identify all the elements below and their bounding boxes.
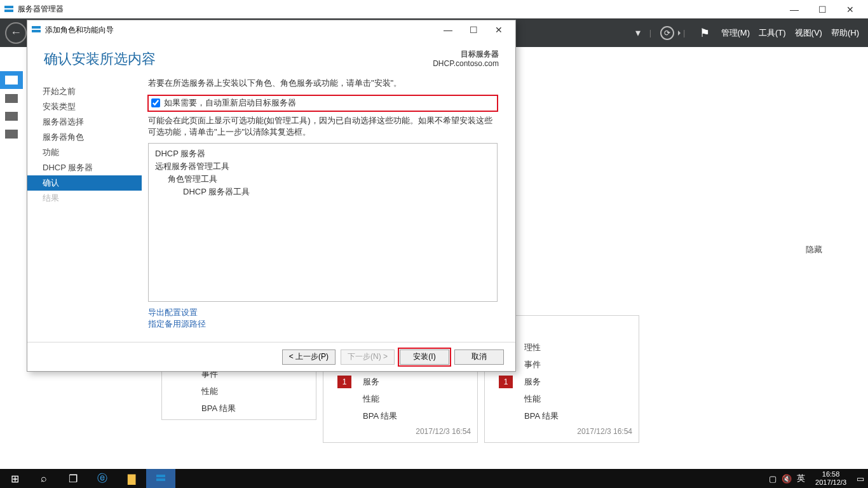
next-button: 下一步(N) > (341, 349, 395, 365)
action-center-icon[interactable]: ▭ (857, 474, 864, 484)
panel-row-services[interactable]: 1服务 (323, 373, 477, 390)
panel-row-perf[interactable]: 性能 (162, 383, 316, 400)
panel-timestamp: 2017/12/3 16:54 (323, 424, 477, 440)
selected-features-list[interactable]: DHCP 服务器 远程服务器管理工具 角色管理工具 DHCP 服务器工具 (148, 143, 498, 302)
wizard-minimize-button[interactable]: — (435, 21, 461, 39)
hide-link[interactable]: 隐藏 (806, 244, 822, 255)
wizard-heading: 确认安装所选内容 (44, 50, 156, 69)
server-manager-taskbar-icon[interactable] (146, 469, 175, 488)
svg-rect-0 (4, 6, 13, 8)
add-roles-wizard: 添加角色和功能向导 — ☐ ✕ 确认安装所选内容 目标服务器 DHCP.cont… (27, 20, 516, 372)
sidebar-item-1[interactable] (5, 94, 18, 103)
outer-maximize-button[interactable]: ☐ (808, 0, 836, 18)
wizard-icon (31, 25, 41, 35)
auto-restart-checkbox[interactable] (151, 98, 160, 107)
panel-row-bpa[interactable]: BPA 结果 (162, 400, 316, 417)
refresh-icon[interactable]: ⟳ (660, 26, 674, 40)
menu-manage[interactable]: 管理(M) (721, 27, 750, 39)
tray-ime[interactable]: 英 (797, 473, 805, 484)
nav-features[interactable]: 功能 (27, 145, 142, 160)
nav-server-roles[interactable]: 服务器角色 (27, 130, 142, 145)
list-item: DHCP 服务器工具 (155, 186, 491, 198)
target-label: 目标服务器 (433, 50, 499, 59)
wizard-title: 添加角色和功能向导 (45, 25, 114, 36)
ie-icon[interactable]: ⓔ (88, 469, 117, 488)
export-config-link[interactable]: 导出配置设置 (148, 307, 498, 318)
wizard-intro-text: 若要在所选服务器上安装以下角色、角色服务或功能，请单击"安装"。 (148, 78, 498, 89)
panel-timestamp: 2017/12/3 16:54 (485, 424, 639, 440)
auto-restart-label: 如果需要，自动重新启动目标服务器 (164, 97, 296, 109)
prev-button[interactable]: < 上一步(P) (282, 349, 336, 365)
alt-source-link[interactable]: 指定备用源路径 (148, 318, 498, 330)
panel-row-bpa[interactable]: BPA 结果 (485, 407, 639, 424)
taskbar: ⊞ ⌕ ❐ ⓔ ▇ ▢ 🔇 英 16:58 2017/12/3 ▭ (0, 469, 868, 488)
panel-row-services[interactable]: 1服务 (485, 373, 639, 390)
menu-view[interactable]: 视图(V) (795, 27, 822, 39)
dropdown-icon[interactable]: ▾ (635, 27, 641, 39)
nav-install-type[interactable]: 安装类型 (27, 99, 142, 114)
nav-confirm[interactable]: 确认 (27, 175, 142, 191)
wizard-footer: < 上一步(P) 下一步(N) > 安装(I) 取消 (27, 342, 515, 371)
svg-rect-1 (4, 10, 13, 12)
sidebar-dashboard[interactable] (0, 71, 23, 89)
wizard-note-text: 可能会在此页面上显示可选功能(如管理工具)，因为已自动选择这些功能。如果不希望安… (148, 115, 498, 138)
wizard-nav: 开始之前 安装类型 服务器选择 服务器角色 功能 DHCP 服务器 确认 结果 (27, 71, 142, 342)
wizard-target-info: 目标服务器 DHCP.contoso.com (433, 50, 499, 69)
nav-result: 结果 (27, 191, 142, 206)
svg-rect-5 (156, 478, 165, 481)
wizard-close-button[interactable]: ✕ (486, 21, 512, 39)
panel-row-perf[interactable]: 性能 (485, 390, 639, 407)
nav-before[interactable]: 开始之前 (27, 84, 142, 99)
server-manager-sidebar (0, 47, 23, 139)
list-item: DHCP 服务器 (155, 147, 491, 160)
panel-row-perf[interactable]: 性能 (323, 390, 477, 407)
svg-rect-2 (32, 26, 41, 29)
sidebar-item-3[interactable] (5, 130, 18, 139)
wizard-content: 若要在所选服务器上安装以下角色、角色服务或功能，请单击"安装"。 如果需要，自动… (142, 71, 515, 342)
panel-left: 事件 性能 BPA 结果 (161, 365, 316, 420)
outer-close-button[interactable]: ✕ (836, 0, 864, 18)
taskbar-clock[interactable]: 16:58 2017/12/3 (810, 470, 851, 487)
cancel-button[interactable]: 取消 (454, 349, 504, 365)
menu-help[interactable]: 帮助(H) (831, 27, 859, 39)
sidebar-item-2[interactable] (5, 112, 18, 121)
server-manager-title: 服务器管理器 (18, 4, 64, 15)
server-manager-titlebar: 服务器管理器 — ☐ ✕ (0, 0, 868, 18)
wizard-maximize-button[interactable]: ☐ (461, 21, 486, 39)
auto-restart-row[interactable]: 如果需要，自动重新启动目标服务器 (148, 95, 498, 111)
back-button[interactable]: ← (5, 22, 27, 44)
target-host: DHCP.contoso.com (433, 59, 499, 69)
svg-rect-3 (32, 30, 41, 32)
taskview-button[interactable]: ❐ (58, 469, 88, 488)
nav-dhcp[interactable]: DHCP 服务器 (27, 160, 142, 175)
panel-row-bpa[interactable]: BPA 结果 (323, 407, 477, 424)
list-item: 角色管理工具 (155, 173, 491, 186)
outer-minimize-button[interactable]: — (780, 0, 808, 18)
server-manager-icon (4, 4, 14, 15)
nav-server-select[interactable]: 服务器选择 (27, 114, 142, 130)
wizard-titlebar: 添加角色和功能向导 — ☐ ✕ (27, 20, 515, 39)
install-button[interactable]: 安装(I) (400, 349, 449, 365)
tray-sound-icon[interactable]: 🔇 (782, 474, 792, 484)
menu-tools[interactable]: 工具(T) (759, 27, 786, 39)
explorer-icon[interactable]: ▇ (117, 469, 146, 488)
tray-network-icon[interactable]: ▢ (769, 474, 776, 484)
svg-rect-4 (156, 475, 165, 477)
start-button[interactable]: ⊞ (0, 469, 29, 488)
notifications-flag-icon[interactable]: ⚑ (700, 26, 710, 40)
search-button[interactable]: ⌕ (29, 469, 58, 488)
list-item: 远程服务器管理工具 (155, 160, 491, 173)
